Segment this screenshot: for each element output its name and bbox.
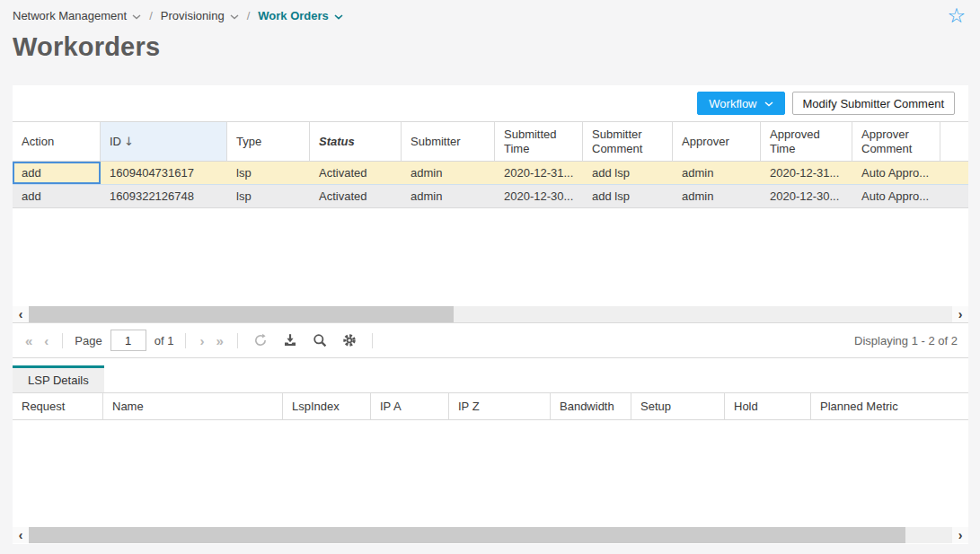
cell-submitter-comment[interactable]: add lsp (583, 162, 673, 185)
page-number-input[interactable] (110, 330, 146, 351)
lsp-details-table: Request Name LspIndex IP A IP Z Bandwidt… (13, 392, 968, 420)
breadcrumb: Network Management / Provisioning / Work… (13, 9, 343, 22)
page-label: Page (75, 334, 102, 347)
last-page-button[interactable]: » (214, 333, 225, 348)
breadcrumb-label: Work Orders (258, 9, 329, 22)
breadcrumb-item-provisioning[interactable]: Provisioning (161, 9, 239, 22)
sort-descending-icon: ↓ (124, 135, 134, 148)
scroll-left-icon[interactable]: ‹ (13, 306, 29, 322)
cell-type[interactable]: lsp (227, 185, 310, 208)
column-header-status[interactable]: Status (310, 121, 402, 162)
column-header-submitter-comment[interactable]: Submitter Comment (583, 121, 673, 162)
workorders-table-empty-area (13, 208, 968, 306)
column-header-bandwidth[interactable]: Bandwidth (551, 392, 631, 420)
next-page-button[interactable]: › (198, 333, 206, 348)
column-header-action[interactable]: Action (13, 121, 101, 162)
details-tab-bar: LSP Details (13, 365, 968, 392)
column-header-approver-comment[interactable]: Approver Comment (852, 121, 940, 162)
cell-submitted-time[interactable]: 2020-12-30... (495, 185, 583, 208)
favorite-star-icon[interactable]: ☆ (947, 5, 966, 26)
cell-submitter[interactable]: admin (402, 185, 495, 208)
chevron-down-icon (334, 14, 343, 20)
workflow-button[interactable]: Workflow (697, 92, 784, 115)
column-header-planned-metric[interactable]: Planned Metric (811, 392, 968, 420)
previous-page-button[interactable]: ‹ (42, 333, 50, 348)
lsp-details-horizontal-scrollbar[interactable]: ‹ › (13, 527, 968, 543)
gear-icon[interactable] (340, 332, 358, 348)
column-header-approved-time[interactable]: Approved Time (761, 121, 852, 162)
toolbar-separator (185, 333, 186, 348)
column-header-type[interactable]: Type (227, 121, 310, 162)
panel-gap (13, 358, 968, 365)
workflow-button-label: Workflow (709, 97, 756, 110)
column-header-submitter[interactable]: Submitter (402, 121, 495, 162)
cell-approver[interactable]: admin (673, 162, 761, 185)
toolbar-separator (62, 333, 63, 348)
cell-approver-comment[interactable]: Auto Appro... (852, 185, 940, 208)
cell-approved-time[interactable]: 2020-12-31... (761, 162, 852, 185)
cell-approved-time[interactable]: 2020-12-30... (761, 185, 852, 208)
column-header-submitted-time[interactable]: Submitted Time (495, 121, 583, 162)
breadcrumb-separator: / (247, 9, 251, 22)
search-icon[interactable] (311, 332, 329, 348)
column-header-name[interactable]: Name (103, 392, 283, 420)
cell-action[interactable]: add (13, 162, 101, 185)
column-header-spacer (940, 121, 968, 162)
column-header-ip-z[interactable]: IP Z (449, 392, 551, 420)
cell-approver-comment[interactable]: Auto Appro... (852, 162, 940, 185)
workorders-header-row: Action ID↓ Type Status Submitter Submitt… (13, 121, 968, 162)
table-row[interactable]: add 1609322126748 lsp Activated admin 20… (13, 185, 968, 208)
displaying-status-text: Displaying 1 - 2 of 2 (854, 334, 958, 347)
cell-submitter-comment[interactable]: add lsp (583, 185, 673, 208)
breadcrumb-item-network-management[interactable]: Network Management (13, 9, 141, 22)
pagination-toolbar: « ‹ Page of 1 › » (13, 322, 968, 358)
column-header-request[interactable]: Request (13, 392, 103, 420)
chevron-down-icon (764, 101, 773, 107)
column-header-ip-a[interactable]: IP A (371, 392, 449, 420)
cell-status[interactable]: Activated (310, 162, 402, 185)
cell-spacer (940, 185, 968, 208)
workorders-table: Action ID↓ Type Status Submitter Submitt… (13, 121, 968, 208)
scrollbar-thumb[interactable] (29, 306, 454, 322)
cell-approver[interactable]: admin (673, 185, 761, 208)
cell-type[interactable]: lsp (227, 162, 310, 185)
column-header-approver[interactable]: Approver (673, 121, 761, 162)
actions-toolbar: Workflow Modify Submitter Comment (13, 85, 968, 121)
download-icon[interactable] (281, 332, 299, 348)
cell-status[interactable]: Activated (310, 185, 402, 208)
column-header-lspindex[interactable]: LspIndex (283, 392, 371, 420)
column-header-hold[interactable]: Hold (725, 392, 811, 420)
lsp-details-empty-area (13, 420, 968, 527)
scrollbar-track[interactable] (29, 306, 952, 322)
scrollbar-track[interactable] (29, 527, 952, 543)
workorders-horizontal-scrollbar[interactable]: ‹ › (13, 306, 968, 322)
tab-lsp-details[interactable]: LSP Details (13, 365, 104, 392)
page-header: Network Management / Provisioning / Work… (0, 0, 980, 85)
cell-action[interactable]: add (13, 185, 101, 208)
scroll-right-icon[interactable]: › (952, 306, 968, 322)
column-header-id[interactable]: ID↓ (101, 121, 227, 162)
cell-spacer (940, 162, 968, 185)
cell-id[interactable]: 1609322126748 (101, 185, 227, 208)
modify-submitter-comment-button[interactable]: Modify Submitter Comment (792, 92, 956, 115)
first-page-button[interactable]: « (23, 333, 34, 348)
workorders-panel: Workflow Modify Submitter Comment Action… (13, 85, 968, 544)
chevron-down-icon (132, 14, 141, 20)
breadcrumb-item-work-orders[interactable]: Work Orders (258, 9, 343, 22)
column-header-setup[interactable]: Setup (631, 392, 725, 420)
toolbar-separator (372, 333, 373, 348)
toolbar-separator (237, 333, 238, 348)
table-row[interactable]: add 1609404731617 lsp Activated admin 20… (13, 162, 968, 185)
scroll-left-icon[interactable]: ‹ (13, 527, 29, 543)
scrollbar-thumb[interactable] (29, 527, 905, 543)
page-title: Workorders (13, 32, 160, 62)
scroll-right-icon[interactable]: › (952, 527, 968, 543)
refresh-icon[interactable] (252, 332, 269, 348)
cell-submitter[interactable]: admin (402, 162, 495, 185)
lsp-details-header-row: Request Name LspIndex IP A IP Z Bandwidt… (13, 392, 968, 420)
page-count-label: of 1 (155, 334, 174, 347)
breadcrumb-separator: / (149, 9, 153, 22)
cell-submitted-time[interactable]: 2020-12-31... (495, 162, 583, 185)
cell-id[interactable]: 1609404731617 (101, 162, 227, 185)
breadcrumb-label: Provisioning (161, 9, 225, 22)
